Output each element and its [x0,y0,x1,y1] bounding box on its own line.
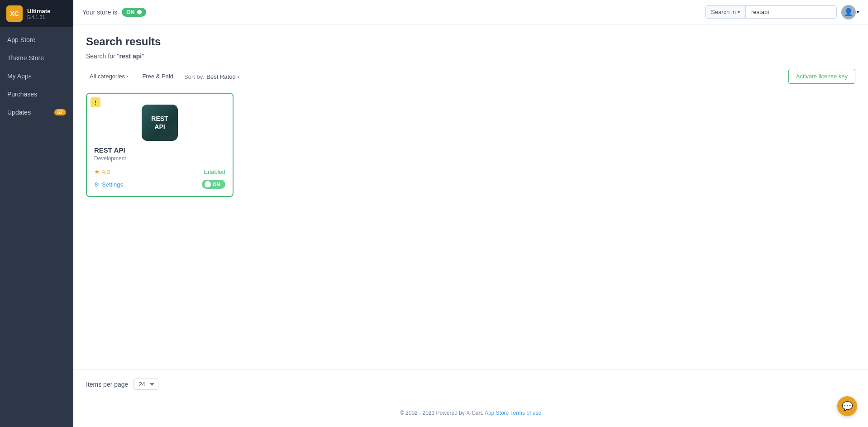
user-menu[interactable]: 👤 ▾ [841,5,859,19]
items-per-page-select[interactable]: 12 24 48 96 [134,379,158,390]
app-status: Enabled [204,168,225,175]
updates-badge: 52 [54,109,66,115]
search-in-label: Search in [711,9,736,15]
search-query-value: rest api [119,53,142,60]
search-input[interactable] [746,6,836,18]
chevron-right-icon: › [126,74,128,79]
chevron-down-icon: ▾ [738,10,740,14]
apps-grid: ! REST API REST API Development ★ 4.3 En… [86,93,855,197]
chat-icon: 💬 [842,401,853,412]
sort-label: Sort by: Best Rated › [184,72,239,81]
app-icon-rest-api: REST API [142,105,178,141]
app-rating: ★ 4.3 [94,168,110,175]
sidebar-item-label: My Apps [7,72,32,80]
app-card-actions: ⚙ Settings ON [94,180,225,189]
settings-label: Settings [102,181,123,188]
icon-line2: API [154,123,165,131]
topbar-right: Search in ▾ 👤 ▾ [705,5,859,19]
footer-app-store-link[interactable]: App Store [485,410,509,416]
sidebar-item-label: App Store [7,36,35,43]
star-icon: ★ [94,168,100,175]
search-wrapper: Search in ▾ [705,5,837,19]
topbar: Your store is ON Search in ▾ 👤 ▾ [73,0,868,24]
sidebar-item-label: Purchases [7,91,37,98]
sidebar-logo[interactable]: XC Ultimate 5.4.1.31 [0,0,73,27]
sidebar-item-updates[interactable]: Updates 52 [0,103,73,121]
sidebar-item-purchases[interactable]: Purchases [0,85,73,103]
sidebar-item-theme-store[interactable]: Theme Store [0,49,73,67]
store-status: Your store is ON [82,8,146,17]
user-chevron-icon: ▾ [857,10,859,14]
warning-icon: ! [91,97,100,107]
store-on-badge: ON [122,8,146,17]
filter-left: All categories › Free & Paid Sort by: Be… [86,71,239,82]
app-card-footer: ★ 4.3 Enabled [94,168,225,175]
toggle-on-button[interactable]: ON [202,180,225,189]
avatar[interactable]: 👤 [841,5,856,19]
content-area: Search results Search for "rest api" All… [73,24,868,369]
icon-line1: REST [151,115,168,123]
filter-row: All categories › Free & Paid Sort by: Be… [86,69,855,84]
sidebar-item-app-store[interactable]: App Store [0,31,73,49]
sort-by-value[interactable]: Best Rated › [206,73,239,80]
sidebar-item-my-apps[interactable]: My Apps [0,67,73,85]
toggle-label: ON [213,182,220,187]
all-categories-button[interactable]: All categories › [86,71,131,82]
toggle-circle [205,181,211,187]
search-in-button[interactable]: Search in ▾ [706,6,746,18]
logo-version: 5.4.1.31 [27,14,50,20]
pagination-row: Items per page 12 24 48 96 [73,369,868,399]
all-categories-label: All categories [90,73,125,80]
sort-by-label: Sort by: [184,73,205,80]
sidebar-item-label: Updates [7,109,31,116]
free-paid-button[interactable]: Free & Paid [138,71,177,82]
items-per-page-label: Items per page [86,381,128,388]
footer: © 2002 - 2023 Powered by X-Cart. App Sto… [73,399,868,427]
sidebar-nav: App Store Theme Store My Apps Purchases … [0,31,73,121]
logo-plan: Ultimate [27,8,50,14]
gear-icon: ⚙ [94,181,100,188]
app-name: REST API [94,146,225,154]
search-query-text: Search for "rest api" [86,53,855,60]
page-title: Search results [86,35,855,48]
rating-value: 4.3 [102,168,110,175]
activate-license-button[interactable]: Activate license key [788,69,855,84]
footer-copyright: © 2002 - 2023 Powered by X-Cart. [400,410,483,416]
store-status-label: Your store is [82,9,117,16]
sidebar: XC Ultimate 5.4.1.31 App Store Theme Sto… [0,0,73,427]
sidebar-item-label: Theme Store [7,54,44,62]
footer-terms-link[interactable]: Terms of use [510,410,541,416]
main-content: Your store is ON Search in ▾ 👤 ▾ Search … [73,0,868,427]
free-paid-label: Free & Paid [142,73,173,80]
app-card-rest-api[interactable]: ! REST API REST API Development ★ 4.3 En… [86,93,234,197]
app-category: Development [94,155,225,162]
chat-widget-button[interactable]: 💬 [837,396,857,416]
logo-icon: XC [6,5,23,22]
settings-button[interactable]: ⚙ Settings [94,181,123,188]
